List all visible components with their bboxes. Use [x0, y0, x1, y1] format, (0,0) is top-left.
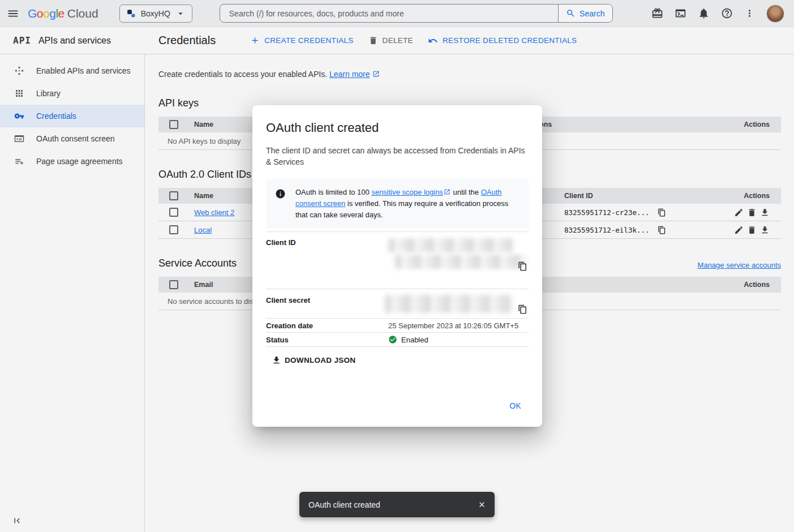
oauth-client-created-dialog: OAuth client created The client ID and s…: [252, 105, 542, 427]
dialog-title: OAuth client created: [266, 121, 529, 135]
creation-date-value: 25 September 2023 at 10:26:05 GMT+5: [388, 321, 529, 330]
creation-date-label: Creation date: [266, 321, 388, 330]
snackbar-message: OAuth client created: [299, 500, 469, 509]
copy-icon: [518, 261, 527, 271]
redacted-blur: [395, 255, 527, 269]
redacted-blur: [385, 295, 513, 313]
client-secret-label: Client secret: [266, 296, 388, 318]
client-secret-value-redacted: [388, 296, 529, 318]
status-row: Status Enabled: [266, 333, 529, 347]
status-value: Enabled: [401, 336, 428, 344]
sensitive-scope-logins-link[interactable]: sensitive scope logins: [371, 188, 443, 196]
info-banner: OAuth is limited to 100 sensitive scope …: [266, 179, 529, 228]
creation-date-row: Creation date 25 September 2023 at 10:26…: [266, 319, 529, 333]
download-icon: [272, 355, 281, 365]
copy-client-secret-button[interactable]: [518, 304, 527, 314]
info-banner-text: OAuth is limited to 100 sensitive scope …: [295, 187, 520, 221]
close-icon: [478, 500, 486, 509]
client-id-row: Client ID: [266, 232, 529, 289]
info-text-segment: until the: [451, 188, 481, 196]
redacted-blur: [388, 238, 513, 252]
info-icon: [275, 188, 286, 199]
snackbar-close-button[interactable]: [469, 492, 495, 517]
ok-button[interactable]: OK: [502, 396, 529, 415]
snackbar: OAuth client created: [299, 492, 495, 517]
client-secret-row: Client secret: [266, 289, 529, 319]
external-link-icon: [444, 188, 450, 195]
status-label: Status: [266, 336, 388, 344]
copy-icon: [518, 304, 527, 314]
credential-fields: Client ID Client secret Cre: [266, 231, 529, 347]
download-json-button[interactable]: DOWNLOAD JSON: [272, 355, 355, 365]
download-json-label: DOWNLOAD JSON: [285, 356, 355, 364]
app-root: G o o g l e Cloud BoxyHQ Search: [0, 0, 794, 532]
copy-client-id-button[interactable]: [518, 261, 527, 271]
dialog-actions: OK: [502, 396, 529, 415]
client-id-value-redacted: [388, 238, 529, 289]
info-text-segment: OAuth is limited to 100: [295, 188, 371, 196]
dialog-body-text: The client ID and secret can always be a…: [266, 145, 529, 168]
check-circle-icon: [388, 335, 397, 344]
status-badge: Enabled: [388, 335, 428, 344]
client-id-label: Client ID: [266, 238, 388, 289]
